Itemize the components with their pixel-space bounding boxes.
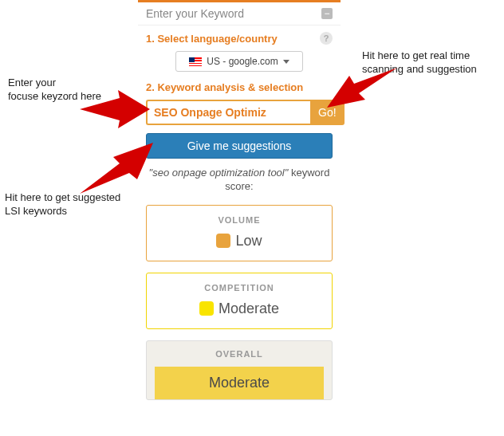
keyword-input[interactable] — [146, 100, 310, 125]
arrow-icon — [80, 139, 159, 195]
step1-title: 1. Select language/country — [146, 33, 278, 45]
step1-row: 1. Select language/country ? — [146, 32, 333, 45]
us-flag-icon — [189, 57, 202, 66]
suggestions-button[interactable]: Give me suggestions — [146, 133, 333, 159]
collapse-icon[interactable]: − — [321, 8, 333, 19]
overall-value: Moderate — [155, 367, 324, 399]
competition-value-row: Moderate — [155, 300, 324, 317]
volume-label: VOLUME — [155, 215, 324, 225]
panel-title: Enter your Keyword — [146, 7, 244, 20]
score-prefix: "seo onpage optimization tool" — [149, 167, 289, 179]
arrow-icon — [80, 84, 152, 132]
annotation-hit-suggest: Hit here to get suggested LSI keywords — [5, 191, 120, 218]
country-select[interactable]: US - google.com — [175, 51, 303, 72]
step2-title: 2. Keyword analysis & selection — [146, 81, 333, 93]
arrow-icon — [327, 68, 399, 124]
volume-value-row: Low — [155, 233, 324, 249]
country-select-label: US - google.com — [207, 56, 278, 67]
keyword-score-text: "seo onpage optimization tool" keyword s… — [146, 167, 333, 194]
overall-box: OVERALL Moderate — [146, 340, 333, 400]
chevron-down-icon — [283, 60, 289, 64]
panel-header: Enter your Keyword − — [138, 2, 341, 26]
volume-chip-icon — [216, 234, 230, 248]
svg-marker-0 — [80, 90, 150, 128]
overall-label: OVERALL — [155, 349, 324, 359]
volume-value: Low — [235, 233, 262, 249]
help-icon[interactable]: ? — [320, 32, 333, 45]
panel-body: 1. Select language/country ? US - google… — [138, 26, 341, 418]
keyword-panel: Enter your Keyword − 1. Select language/… — [138, 0, 341, 418]
svg-marker-2 — [80, 143, 153, 194]
competition-label: COMPETITION — [155, 283, 324, 293]
svg-marker-1 — [327, 68, 397, 108]
volume-box: VOLUME Low — [146, 205, 333, 261]
keyword-row: Go! — [146, 100, 333, 125]
competition-value: Moderate — [219, 300, 279, 317]
competition-chip-icon — [199, 301, 214, 316]
competition-box: COMPETITION Moderate — [146, 273, 333, 329]
